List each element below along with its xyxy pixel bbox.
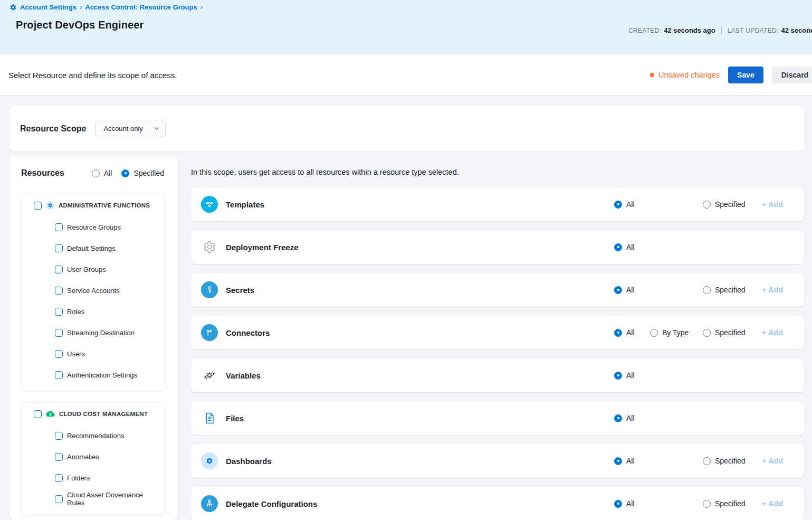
radio-all[interactable]: All <box>92 169 112 177</box>
last-updated-label: LAST UPDATED: <box>728 27 779 34</box>
resource-row-variables: Variables All <box>191 358 804 392</box>
item-checkbox[interactable] <box>55 474 63 482</box>
resource-row-files: Files All <box>191 401 804 435</box>
dashboards-icon <box>201 452 218 469</box>
resource-scope-dropdown[interactable]: Account only <box>95 120 166 137</box>
resource-item-default-settings[interactable]: Default Settings <box>22 238 165 259</box>
resource-item-service-accounts[interactable]: Service Accounts <box>22 280 165 301</box>
item-checkbox[interactable] <box>55 495 63 503</box>
radio-specified[interactable]: Specified <box>703 286 758 294</box>
main-content: Resource Scope Account only Resources Al… <box>0 106 812 520</box>
radio-circle-icon <box>650 329 658 337</box>
radio-circle-icon <box>703 329 711 337</box>
variables-icon <box>201 367 218 384</box>
item-checkbox[interactable] <box>55 350 63 358</box>
radio-specified[interactable]: Specified <box>703 457 758 465</box>
radio-circle-icon <box>614 457 622 465</box>
radio-all[interactable]: All <box>614 328 650 337</box>
group-title: ADMINISTRATIVE FUNCTIONS <box>59 202 150 209</box>
radio-circle-icon <box>703 457 711 465</box>
resource-row-label: Secrets <box>226 286 254 295</box>
resource-row-secrets: Secrets All Specified + Add <box>191 273 804 307</box>
radio-circle-icon <box>614 329 622 337</box>
resource-row-label: Dashboards <box>226 457 272 466</box>
settings-gear-icon <box>9 4 17 11</box>
resource-row-label: Files <box>226 414 244 423</box>
radio-all[interactable]: All <box>614 414 650 422</box>
radio-specified[interactable]: Specified <box>703 200 758 209</box>
item-checkbox[interactable] <box>55 453 63 461</box>
breadcrumb-account-settings[interactable]: Account Settings <box>20 3 77 11</box>
resource-item-anomalies[interactable]: Anomalies <box>22 446 165 467</box>
resource-row-dashboards: Dashboards All Specified + Add <box>191 444 804 478</box>
save-button[interactable]: Save <box>728 67 763 83</box>
unsaved-dot-icon <box>650 73 654 77</box>
resource-item-users[interactable]: Users <box>22 343 165 364</box>
toolbar-description: Select Resource and define its scope of … <box>8 70 177 79</box>
resource-row-label: Delegate Configurations <box>226 499 317 508</box>
resource-item-roles[interactable]: Roles <box>22 301 165 322</box>
cloud-dollar-icon: $ <box>46 410 55 418</box>
item-checkbox[interactable] <box>55 308 63 316</box>
radio-circle-icon <box>614 372 622 380</box>
add-button[interactable]: + Add <box>758 499 804 508</box>
resource-item-resource-groups[interactable]: Resource Groups <box>22 216 165 238</box>
resource-row-deployment-freeze: Deployment Freeze All <box>191 230 804 264</box>
discard-button[interactable]: Discard <box>772 67 812 83</box>
item-checkbox[interactable] <box>55 223 63 231</box>
unsaved-changes-label: Unsaved changes <box>658 71 720 79</box>
resource-row-templates: Templates All Specified + Add <box>191 187 804 221</box>
scope-description: In this scope, users get access to all r… <box>191 168 804 176</box>
item-checkbox[interactable] <box>55 266 63 273</box>
resource-rows-section: In this scope, users get access to all r… <box>191 156 804 520</box>
resource-group-card: ADMINISTRATIVE FUNCTIONS Resource Groups… <box>21 194 165 391</box>
meta-info: CREATED: 42 seconds ago LAST UPDATED: 42… <box>628 26 812 34</box>
radio-circle-icon <box>614 243 622 251</box>
resource-group-card: $ CLOUD COST MANAGEMENT Recommendations … <box>21 402 165 515</box>
item-checkbox[interactable] <box>55 244 63 252</box>
resource-scope-selected-value: Account only <box>103 125 142 133</box>
radio-all[interactable]: All <box>614 286 650 294</box>
created-value: 42 seconds ago <box>664 26 715 34</box>
add-button[interactable]: + Add <box>758 328 804 337</box>
resource-row-label: Deployment Freeze <box>226 243 299 252</box>
resource-row-label: Connectors <box>226 328 270 337</box>
action-toolbar: Select Resource and define its scope of … <box>0 54 812 95</box>
radio-circle-icon <box>121 169 129 177</box>
resources-title: Resources <box>21 168 64 178</box>
radio-all[interactable]: All <box>614 200 650 209</box>
item-checkbox[interactable] <box>55 287 63 295</box>
radio-specified[interactable]: Specified <box>703 499 758 508</box>
deployment-freeze-icon <box>201 239 218 256</box>
item-checkbox[interactable] <box>55 329 63 337</box>
add-button[interactable]: + Add <box>758 286 804 294</box>
resource-item-folders[interactable]: Folders <box>22 467 165 488</box>
radio-all[interactable]: All <box>614 243 650 251</box>
radio-specified[interactable]: Specified <box>121 169 164 177</box>
radio-all[interactable]: All <box>614 499 650 508</box>
radio-specified[interactable]: Specified <box>703 328 758 337</box>
radio-circle-icon <box>703 500 711 508</box>
resource-item-user-groups[interactable]: User Groups <box>22 259 165 280</box>
resource-item-streaming-destination[interactable]: Streaming Destination <box>22 322 165 343</box>
templates-icon <box>201 196 218 213</box>
group-title: CLOUD COST MANAGEMENT <box>59 411 148 417</box>
group-checkbox[interactable] <box>34 202 42 210</box>
radio-circle-icon <box>703 201 711 209</box>
last-updated-value: 42 seconds ago <box>781 26 812 34</box>
resources-panel: Resources All Specified ADMINISTRATIVE F… <box>9 156 178 520</box>
item-checkbox[interactable] <box>55 371 63 379</box>
add-button[interactable]: + Add <box>758 200 804 209</box>
add-button[interactable]: + Add <box>758 457 804 465</box>
resource-item-recommendations[interactable]: Recommendations <box>22 425 165 446</box>
radio-all[interactable]: All <box>614 457 650 465</box>
radio-all[interactable]: All <box>614 371 650 380</box>
group-checkbox[interactable] <box>34 410 42 418</box>
resource-item-cloud-asset-governance-rules[interactable]: Cloud Asset Governance Rules <box>22 488 165 509</box>
radio-by-type[interactable]: By Type <box>650 328 703 337</box>
resource-item-authentication-settings[interactable]: Authentication Settings <box>22 364 165 385</box>
breadcrumb-access-control-resource-groups[interactable]: Access Control: Resource Groups <box>85 3 197 11</box>
admin-functions-icon <box>46 201 54 210</box>
resource-row-label: Variables <box>226 371 261 380</box>
item-checkbox[interactable] <box>55 432 63 440</box>
